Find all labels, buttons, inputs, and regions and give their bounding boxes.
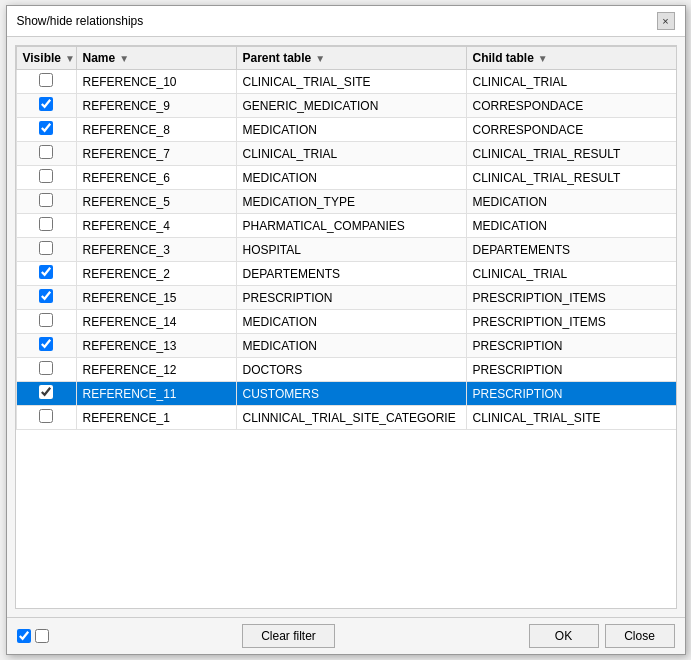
filter-icon-child: ▼: [538, 53, 548, 64]
visible-cell: [16, 358, 76, 382]
table-row: REFERENCE_3HOSPITALDEPARTEMENTS: [16, 238, 677, 262]
table-container: Visible ▼ Name ▼ Parent table ▼: [15, 45, 677, 609]
parent-cell: CUSTOMERS: [236, 382, 466, 406]
child-cell: MEDICATION: [466, 190, 677, 214]
visible-checkbox[interactable]: [39, 313, 53, 327]
child-cell: DEPARTEMENTS: [466, 238, 677, 262]
visible-checkbox[interactable]: [39, 121, 53, 135]
name-cell: REFERENCE_7: [76, 142, 236, 166]
child-cell: PRESCRIPTION: [466, 358, 677, 382]
parent-cell: MEDICATION: [236, 334, 466, 358]
visible-checkbox[interactable]: [39, 145, 53, 159]
visible-cell: [16, 118, 76, 142]
name-cell: REFERENCE_9: [76, 94, 236, 118]
visible-checkbox[interactable]: [39, 385, 53, 399]
title-bar: Show/hide relationships ×: [7, 6, 685, 37]
visible-checkbox[interactable]: [39, 217, 53, 231]
parent-cell: MEDICATION_TYPE: [236, 190, 466, 214]
table-row: REFERENCE_11CUSTOMERSPRESCRIPTION: [16, 382, 677, 406]
col-header-name: Name ▼: [76, 47, 236, 70]
visible-checkbox[interactable]: [39, 265, 53, 279]
col-header-parent: Parent table ▼: [236, 47, 466, 70]
table-row: REFERENCE_5MEDICATION_TYPEMEDICATION: [16, 190, 677, 214]
visible-checkbox[interactable]: [39, 73, 53, 87]
name-cell: REFERENCE_1: [76, 406, 236, 430]
parent-cell: MEDICATION: [236, 166, 466, 190]
name-cell: REFERENCE_8: [76, 118, 236, 142]
parent-cell: MEDICATION: [236, 118, 466, 142]
table-row: REFERENCE_2DEPARTEMENTSCLINICAL_TRIAL: [16, 262, 677, 286]
visible-cell: [16, 406, 76, 430]
parent-cell: DOCTORS: [236, 358, 466, 382]
close-button[interactable]: Close: [605, 624, 675, 648]
col-header-child: Child table ▼: [466, 47, 677, 70]
parent-cell: CLINICAL_TRIAL: [236, 142, 466, 166]
visible-checkbox[interactable]: [39, 289, 53, 303]
table-header-row: Visible ▼ Name ▼ Parent table ▼: [16, 47, 677, 70]
parent-cell: DEPARTEMENTS: [236, 262, 466, 286]
child-cell: CLINICAL_TRIAL_RESULT: [466, 142, 677, 166]
table-row: REFERENCE_9GENERIC_MEDICATIONCORRESPONDA…: [16, 94, 677, 118]
visible-cell: [16, 70, 76, 94]
parent-cell: PHARMATICAL_COMPANIES: [236, 214, 466, 238]
visible-checkbox[interactable]: [39, 409, 53, 423]
select-all-checkbox[interactable]: [17, 629, 31, 643]
filter-icon-parent: ▼: [315, 53, 325, 64]
child-cell: CLINICAL_TRIAL_RESULT: [466, 166, 677, 190]
visible-cell: [16, 286, 76, 310]
parent-cell: MEDICATION: [236, 310, 466, 334]
table-body: REFERENCE_10CLINICAL_TRIAL_SITECLINICAL_…: [16, 70, 677, 430]
deselect-all-checkbox[interactable]: [35, 629, 49, 643]
close-icon[interactable]: ×: [657, 12, 675, 30]
child-cell: PRESCRIPTION_ITEMS: [466, 286, 677, 310]
ok-button[interactable]: OK: [529, 624, 599, 648]
parent-cell: GENERIC_MEDICATION: [236, 94, 466, 118]
visible-checkbox[interactable]: [39, 337, 53, 351]
filter-icon-name: ▼: [119, 53, 129, 64]
footer-checkboxes: [17, 629, 49, 643]
name-cell: REFERENCE_11: [76, 382, 236, 406]
footer-right: OK Close: [529, 624, 675, 648]
parent-cell: CLINNICAL_TRIAL_SITE_CATEGORIE: [236, 406, 466, 430]
child-cell: PRESCRIPTION_ITEMS: [466, 310, 677, 334]
table-row: REFERENCE_13MEDICATIONPRESCRIPTION: [16, 334, 677, 358]
name-cell: REFERENCE_3: [76, 238, 236, 262]
child-cell: CLINICAL_TRIAL: [466, 262, 677, 286]
visible-checkbox[interactable]: [39, 97, 53, 111]
visible-cell: [16, 190, 76, 214]
visible-cell: [16, 166, 76, 190]
name-cell: REFERENCE_4: [76, 214, 236, 238]
table-row: REFERENCE_1CLINNICAL_TRIAL_SITE_CATEGORI…: [16, 406, 677, 430]
child-cell: CORRESPONDACE: [466, 94, 677, 118]
visible-cell: [16, 238, 76, 262]
visible-checkbox[interactable]: [39, 241, 53, 255]
child-cell: CLINICAL_TRIAL_SITE: [466, 406, 677, 430]
visible-checkbox[interactable]: [39, 361, 53, 375]
name-cell: REFERENCE_6: [76, 166, 236, 190]
table-row: REFERENCE_7CLINICAL_TRIALCLINICAL_TRIAL_…: [16, 142, 677, 166]
parent-cell: PRESCRIPTION: [236, 286, 466, 310]
col-header-visible: Visible ▼: [16, 47, 76, 70]
name-cell: REFERENCE_5: [76, 190, 236, 214]
table-row: REFERENCE_14MEDICATIONPRESCRIPTION_ITEMS: [16, 310, 677, 334]
table-row: REFERENCE_10CLINICAL_TRIAL_SITECLINICAL_…: [16, 70, 677, 94]
visible-checkbox[interactable]: [39, 193, 53, 207]
footer: Clear filter OK Close: [7, 617, 685, 654]
child-cell: PRESCRIPTION: [466, 382, 677, 406]
table-row: REFERENCE_12DOCTORSPRESCRIPTION: [16, 358, 677, 382]
clear-filter-button[interactable]: Clear filter: [242, 624, 335, 648]
name-cell: REFERENCE_15: [76, 286, 236, 310]
dialog: Show/hide relationships × Visible ▼ Name: [6, 5, 686, 655]
name-cell: REFERENCE_10: [76, 70, 236, 94]
child-cell: CLINICAL_TRIAL: [466, 70, 677, 94]
visible-cell: [16, 142, 76, 166]
visible-cell: [16, 94, 76, 118]
table-row: REFERENCE_15PRESCRIPTIONPRESCRIPTION_ITE…: [16, 286, 677, 310]
footer-center: Clear filter: [55, 624, 523, 648]
parent-cell: CLINICAL_TRIAL_SITE: [236, 70, 466, 94]
name-cell: REFERENCE_2: [76, 262, 236, 286]
table-row: REFERENCE_4PHARMATICAL_COMPANIESMEDICATI…: [16, 214, 677, 238]
visible-cell: [16, 382, 76, 406]
table-row: REFERENCE_8MEDICATIONCORRESPONDACE: [16, 118, 677, 142]
visible-checkbox[interactable]: [39, 169, 53, 183]
